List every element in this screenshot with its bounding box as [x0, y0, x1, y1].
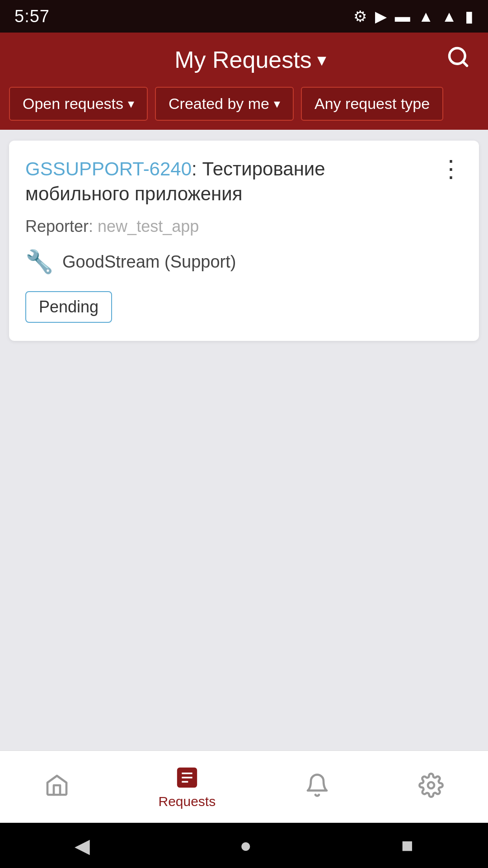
wifi-icon: ▲: [418, 8, 434, 25]
signal-icon: ▲: [441, 8, 457, 25]
wrench-icon: 🔧: [25, 249, 53, 275]
filter-created-by-me-chevron: ▾: [274, 96, 280, 111]
filter-open-requests-chevron: ▾: [128, 96, 134, 111]
status-bar: 5:57 ⚙ ▶ ▬ ▲ ▲ ▮: [0, 0, 488, 33]
clipboard-icon: ▬: [395, 8, 410, 25]
card-id[interactable]: GSSUPPORT-6240: [25, 158, 192, 179]
app-bar-title-container[interactable]: My Requests ▾: [174, 46, 326, 73]
reporter-label: Reporter: [25, 217, 89, 236]
android-home-button[interactable]: ●: [239, 834, 252, 857]
status-icons: ⚙ ▶ ▬ ▲ ▲ ▮: [353, 7, 474, 25]
status-time: 5:57: [14, 7, 50, 26]
status-text: Pending: [39, 297, 99, 316]
play-protect-icon: ▶: [375, 7, 387, 25]
nav-requests[interactable]: Requests: [140, 758, 234, 816]
filter-open-requests[interactable]: Open requests ▾: [9, 87, 148, 121]
card-more-button[interactable]: ⋮: [435, 157, 463, 180]
status-badge: Pending: [25, 291, 112, 323]
app-bar: My Requests ▾: [0, 33, 488, 87]
svg-point-6: [428, 782, 434, 788]
home-icon: [44, 773, 70, 798]
project-name: GoodStream (Support): [62, 252, 236, 272]
card-project: 🔧 GoodStream (Support): [25, 249, 463, 275]
app-title-text: My Requests: [174, 46, 311, 73]
requests-icon: [174, 765, 200, 790]
filter-any-request-type[interactable]: Any request type: [301, 87, 443, 121]
android-nav: ◀ ● ■: [0, 823, 488, 868]
nav-requests-label: Requests: [158, 794, 216, 809]
title-chevron-icon: ▾: [317, 49, 326, 70]
filter-created-by-me-label: Created by me: [169, 95, 269, 113]
svg-line-1: [463, 61, 467, 66]
settings-status-icon: ⚙: [353, 7, 367, 25]
notifications-icon: [305, 773, 330, 798]
filter-open-requests-label: Open requests: [23, 95, 123, 113]
card-reporter: Reporter: new_test_app: [25, 217, 463, 236]
request-card-0[interactable]: GSSUPPORT-6240: Тестирование мобильного …: [9, 141, 479, 341]
nav-home[interactable]: [26, 765, 88, 809]
android-back-button[interactable]: ◀: [75, 834, 90, 857]
card-header: GSSUPPORT-6240: Тестирование мобильного …: [25, 157, 463, 206]
settings-icon: [418, 773, 444, 798]
request-list: GSSUPPORT-6240: Тестирование мобильного …: [0, 130, 488, 750]
nav-settings[interactable]: [400, 765, 462, 809]
filter-created-by-me[interactable]: Created by me ▾: [155, 87, 294, 121]
battery-icon: ▮: [465, 7, 474, 25]
android-recents-button[interactable]: ■: [401, 834, 413, 857]
bottom-nav: Requests: [0, 750, 488, 823]
search-button[interactable]: [446, 45, 470, 74]
reporter-value: new_test_app: [98, 217, 199, 236]
nav-notifications[interactable]: [286, 765, 348, 809]
filter-any-request-type-label: Any request type: [314, 95, 430, 113]
filter-bar: Open requests ▾ Created by me ▾ Any requ…: [0, 87, 488, 130]
card-title: GSSUPPORT-6240: Тестирование мобильного …: [25, 157, 435, 206]
